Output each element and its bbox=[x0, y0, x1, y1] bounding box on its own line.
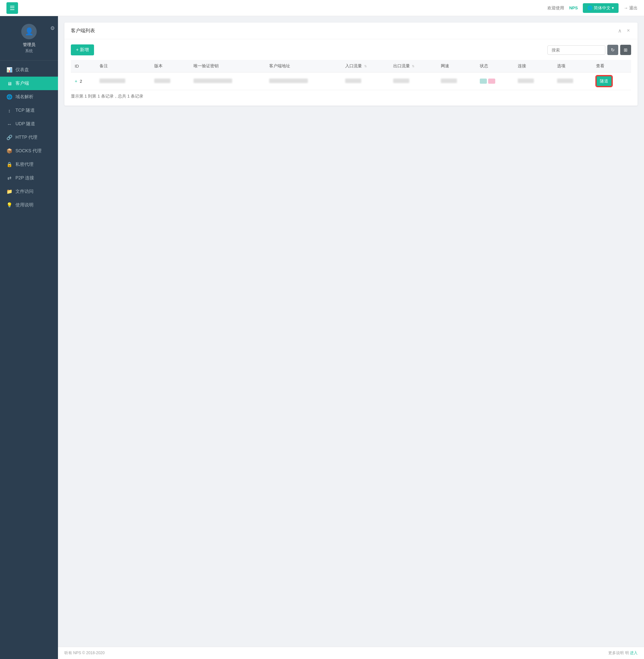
copyright-text: 听有 NPS © 2018-2020 bbox=[64, 650, 105, 656]
sidebar-item-udp[interactable]: ↔ UDP 隧道 bbox=[0, 117, 58, 131]
main-content: 客户端列表 ∧ × + 新增 ↻ bbox=[58, 16, 644, 647]
sidebar: 👤 管理员 系统 ⚙ 📊 仪表盘 🖥 客户端 🌐 域名解析 ↕ TCP 隧道 bbox=[0, 16, 58, 659]
sidebar-item-tcp[interactable]: ↕ TCP 隧道 bbox=[0, 104, 58, 117]
dashboard-icon: 📊 bbox=[6, 67, 12, 73]
language-button[interactable]: 🌐 简体中文 ▾ bbox=[583, 3, 619, 13]
blurred-vkey bbox=[193, 78, 232, 83]
cell-conn bbox=[514, 72, 553, 90]
toolbar: + 新增 ↻ ⊞ bbox=[71, 44, 631, 55]
card-body: + 新增 ↻ ⊞ bbox=[64, 39, 638, 105]
sidebar-username: 管理员 bbox=[23, 42, 36, 48]
tunnel-button[interactable]: 隧道 bbox=[596, 76, 612, 87]
gear-icon[interactable]: ⚙ bbox=[50, 25, 55, 31]
row-expand-icon[interactable]: + bbox=[75, 78, 77, 84]
add-label: + 新增 bbox=[76, 47, 89, 53]
sidebar-item-private[interactable]: 🔒 私密代理 bbox=[0, 158, 58, 171]
sidebar-user: 👤 管理员 系统 ⚙ bbox=[0, 16, 58, 61]
search-area: ↻ ⊞ bbox=[547, 45, 631, 55]
col-options: 选项 bbox=[553, 60, 592, 72]
status-dot-green bbox=[480, 78, 487, 84]
search-input[interactable] bbox=[547, 45, 605, 55]
menu-toggle-button[interactable]: ☰ bbox=[6, 2, 18, 14]
client-table: ID 备注 版本 唯一验证密钥 客户端地址 入口流量 ⇅ 出口流量 ⇅ 网速 状… bbox=[71, 60, 631, 90]
sidebar-item-label: SOCKS 代理 bbox=[16, 148, 42, 154]
close-icon[interactable]: × bbox=[626, 27, 631, 34]
blurred-addr bbox=[269, 78, 308, 83]
col-vkey: 唯一验证密钥 bbox=[190, 60, 266, 72]
domain-icon: 🌐 bbox=[6, 94, 12, 100]
sort-out-flow-icon[interactable]: ⇅ bbox=[412, 64, 414, 68]
clients-icon: 🖥 bbox=[6, 81, 12, 86]
udp-icon: ↔ bbox=[6, 121, 12, 127]
blurred-conn bbox=[518, 78, 534, 83]
docs-icon: 💡 bbox=[6, 202, 12, 208]
sidebar-item-label: 客户端 bbox=[16, 80, 29, 86]
avatar: 👤 bbox=[21, 24, 37, 39]
sidebar-item-http[interactable]: 🔗 HTTP 代理 bbox=[0, 131, 58, 144]
sidebar-item-dashboard[interactable]: 📊 仪表盘 bbox=[0, 63, 58, 77]
blurred-out-flow bbox=[393, 78, 409, 83]
menu-icon: ☰ bbox=[10, 4, 15, 11]
sidebar-item-domain[interactable]: 🌐 域名解析 bbox=[0, 90, 58, 104]
logout-icon: → bbox=[624, 5, 628, 10]
p2p-icon: ⇄ bbox=[6, 175, 12, 181]
col-remark: 备注 bbox=[96, 60, 151, 72]
refresh-icon: ↻ bbox=[611, 47, 615, 52]
card-header: 客户端列表 ∧ × bbox=[64, 23, 638, 39]
cell-addr bbox=[265, 72, 341, 90]
col-out-flow: 出口流量 ⇅ bbox=[389, 60, 437, 72]
sidebar-item-file[interactable]: 📁 文件访问 bbox=[0, 185, 58, 198]
sidebar-item-docs[interactable]: 💡 使用说明 bbox=[0, 198, 58, 212]
more-docs-text: 更多说明 明 进入 bbox=[608, 650, 638, 656]
cell-out-flow bbox=[389, 72, 437, 90]
sidebar-item-p2p[interactable]: ⇄ P2P 连接 bbox=[0, 171, 58, 185]
blurred-in-flow bbox=[345, 78, 361, 83]
sidebar-item-socks[interactable]: 📦 SOCKS 代理 bbox=[0, 144, 58, 158]
col-conn: 连接 bbox=[514, 60, 553, 72]
sidebar-item-label: 使用说明 bbox=[16, 202, 33, 208]
sidebar-item-label: 仪表盘 bbox=[16, 67, 29, 73]
cell-view: 隧道 bbox=[592, 72, 631, 90]
sidebar-nav: 📊 仪表盘 🖥 客户端 🌐 域名解析 ↕ TCP 隧道 ↔ UDP 隧道 🔗 bbox=[0, 61, 58, 659]
layout: 👤 管理员 系统 ⚙ 📊 仪表盘 🖥 客户端 🌐 域名解析 ↕ TCP 隧道 bbox=[0, 16, 644, 647]
blurred-remark bbox=[99, 78, 125, 83]
grid-button[interactable]: ⊞ bbox=[620, 45, 631, 55]
collapse-icon[interactable]: ∧ bbox=[617, 27, 623, 34]
add-client-button[interactable]: + 新增 bbox=[71, 44, 94, 55]
table-footer: 显示第 1 到第 1 条记录，总共 1 条记录 bbox=[71, 90, 631, 100]
cell-speed bbox=[437, 72, 476, 90]
card-header-actions: ∧ × bbox=[617, 27, 631, 34]
col-in-flow: 入口流量 ⇅ bbox=[341, 60, 389, 72]
blurred-options bbox=[557, 78, 573, 83]
blurred-speed bbox=[441, 78, 457, 83]
client-list-card: 客户端列表 ∧ × + 新增 ↻ bbox=[64, 23, 638, 105]
cell-status bbox=[476, 72, 514, 90]
col-addr: 客户端地址 bbox=[265, 60, 341, 72]
sort-in-flow-icon[interactable]: ⇅ bbox=[364, 64, 367, 68]
col-view: 查看 bbox=[592, 60, 631, 72]
globe-icon: 🌐 bbox=[587, 5, 593, 10]
table-header-row: ID 备注 版本 唯一验证密钥 客户端地址 入口流量 ⇅ 出口流量 ⇅ 网速 状… bbox=[71, 60, 631, 72]
cell-id: + 2 bbox=[71, 72, 96, 90]
sidebar-item-clients[interactable]: 🖥 客户端 bbox=[0, 77, 58, 90]
cell-options bbox=[553, 72, 592, 90]
sidebar-item-label: TCP 隧道 bbox=[16, 108, 35, 113]
refresh-button[interactable]: ↻ bbox=[607, 45, 618, 55]
blurred-version bbox=[154, 78, 170, 83]
col-version: 版本 bbox=[151, 60, 189, 72]
topbar: ☰ 欢迎使用 NPS 🌐 简体中文 ▾ → 退出 bbox=[0, 0, 644, 16]
col-speed: 网速 bbox=[437, 60, 476, 72]
card-title: 客户端列表 bbox=[71, 28, 95, 34]
page-footer: 听有 NPS © 2018-2020 更多说明 明 进入 bbox=[58, 647, 644, 659]
sidebar-role: 系统 bbox=[25, 48, 33, 54]
cell-version bbox=[151, 72, 189, 90]
status-cell bbox=[480, 78, 510, 84]
lang-label: 简体中文 ▾ bbox=[594, 5, 614, 11]
col-status: 状态 bbox=[476, 60, 514, 72]
logout-label: 退出 bbox=[629, 5, 638, 11]
private-icon: 🔒 bbox=[6, 162, 12, 167]
sidebar-item-label: 私密代理 bbox=[16, 162, 33, 167]
cell-vkey bbox=[190, 72, 266, 90]
logout-button[interactable]: → 退出 bbox=[624, 5, 638, 11]
docs-link[interactable]: 进入 bbox=[630, 651, 638, 655]
